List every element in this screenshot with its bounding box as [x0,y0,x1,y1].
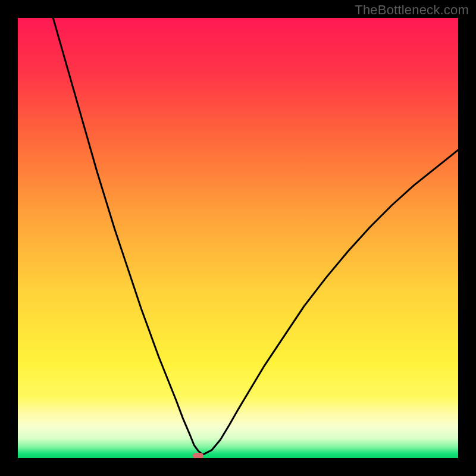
plot-area [18,18,458,458]
watermark-text: TheBottleneck.com [355,2,469,18]
optimum-marker [193,453,203,458]
chart-frame: TheBottleneck.com [0,0,476,476]
bottleneck-curve [18,18,458,458]
